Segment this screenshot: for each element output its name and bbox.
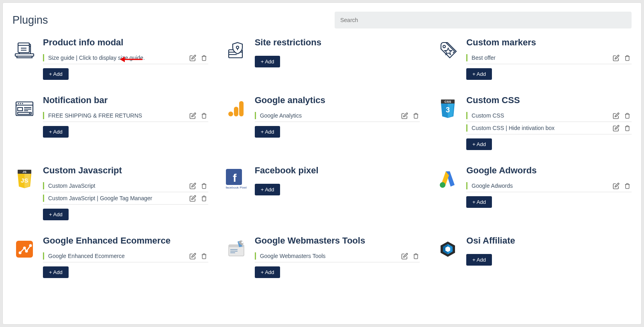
add-button[interactable]: + Add (255, 266, 280, 278)
delete-icon[interactable] (200, 252, 208, 260)
edit-icon[interactable] (189, 252, 197, 260)
plugin-card: Custom markersBest offer+ Add (436, 37, 632, 80)
plugin-card: ffacebook PixelFacebook pixel+ Add (224, 165, 420, 220)
svg-point-11 (22, 103, 23, 104)
delete-icon[interactable] (624, 124, 632, 132)
plugin-card: Google analyticsGoogle Analytics+ Add (224, 95, 420, 150)
add-button[interactable]: + Add (255, 126, 280, 138)
plugin-title: Google analytics (255, 95, 420, 106)
item-bar (255, 252, 256, 260)
delete-icon[interactable] (624, 182, 632, 190)
plugin-title: Notification bar (43, 95, 208, 106)
plugin-item-text: Google Adwords (471, 183, 609, 189)
add-button[interactable]: + Add (466, 254, 492, 266)
plugin-icon-markers (436, 39, 460, 63)
plugin-title: Custom CSS (466, 95, 632, 106)
delete-icon[interactable] (200, 112, 208, 120)
plugin-item-text: Best offer (471, 55, 609, 61)
edit-icon[interactable] (612, 182, 620, 190)
plugin-card: CSS3Custom CSSCustom CSSCustom CSS | Hid… (436, 95, 632, 150)
delete-icon[interactable] (412, 252, 420, 260)
annotation-arrow (119, 55, 143, 64)
plugin-title: Osi Affiliate (466, 236, 632, 246)
plugin-item-text: FREE SHIPPING & FREE RETURNS (48, 112, 186, 119)
edit-icon[interactable] (189, 182, 197, 190)
plugin-icon-g-analytics (224, 97, 248, 121)
svg-text:JS: JS (21, 177, 28, 184)
plugin-card: Site restrictions+ Add (224, 37, 420, 80)
plugin-item-text: Size guide | Click to display size guide… (48, 55, 186, 61)
plugin-icon-css: CSS3 (436, 97, 460, 121)
item-bar (466, 182, 467, 189)
svg-rect-12 (18, 108, 22, 111)
plugin-item-text: Custom CSS | Hide intivation box (471, 125, 609, 131)
plugin-card: Osi Affiliate+ Add (436, 236, 632, 278)
plugin-icon-osi (436, 237, 460, 261)
edit-icon[interactable] (612, 54, 620, 62)
plugin-card: JSJSCustom JavascriptCustom JavaScriptCu… (12, 165, 208, 220)
delete-icon[interactable] (200, 182, 208, 190)
plugin-item-text: Custom CSS (471, 112, 609, 119)
edit-icon[interactable] (612, 112, 620, 120)
plugin-item-text: Google Analytics (260, 112, 398, 119)
page-title: Plugins (12, 14, 48, 26)
plugin-icon-g-enhanced (12, 237, 37, 261)
add-button[interactable]: + Add (43, 68, 69, 80)
plugin-title: Google Adwords (466, 165, 632, 176)
edit-icon[interactable] (189, 54, 197, 62)
svg-text:3: 3 (446, 106, 450, 114)
plugin-item-row: Google Adwords (466, 180, 632, 192)
add-button[interactable]: + Add (43, 209, 69, 220)
item-bar (43, 195, 44, 202)
add-button[interactable]: + Add (466, 68, 492, 80)
add-button[interactable]: + Add (255, 56, 280, 67)
item-bar (466, 54, 467, 61)
plugin-title: Custom Javascript (43, 165, 208, 176)
plugin-item-row: Custom CSS (466, 110, 632, 122)
svg-point-10 (20, 103, 21, 104)
add-button[interactable]: + Add (43, 266, 69, 278)
delete-icon[interactable] (200, 194, 208, 202)
edit-icon[interactable] (189, 112, 197, 120)
delete-icon[interactable] (624, 112, 632, 120)
plugin-item-row: Custom JavaScript | Google Tag Manager (43, 192, 208, 205)
item-bar (466, 112, 467, 119)
svg-point-16 (228, 112, 233, 116)
item-bar (43, 182, 44, 189)
plugin-item-text: Custom JavaScript | Google Tag Manager (48, 195, 186, 201)
add-button[interactable]: + Add (43, 126, 69, 138)
plugin-icon-adwords (436, 167, 460, 191)
plugin-icon-webmasters (224, 237, 248, 261)
svg-rect-14 (239, 101, 244, 116)
plugin-item-row: Google Analytics (255, 110, 420, 122)
add-button[interactable]: + Add (255, 184, 280, 195)
delete-icon[interactable] (200, 54, 208, 62)
edit-icon[interactable] (189, 194, 197, 202)
plugin-item-row: Google Enhanced Ecommerce (43, 250, 208, 262)
plugin-card: Notification barFREE SHIPPING & FREE RET… (12, 95, 208, 150)
item-bar (43, 252, 44, 260)
svg-rect-15 (234, 107, 238, 116)
svg-text:CSS: CSS (445, 100, 451, 104)
add-button[interactable]: + Add (466, 196, 492, 208)
svg-rect-3 (18, 43, 29, 53)
plugin-item-row: Custom JavaScript (43, 180, 208, 192)
search-input[interactable] (335, 12, 632, 28)
plugin-title: Google Webmasters Tools (255, 236, 420, 246)
plugin-item-text: Google Webmasters Tools (260, 253, 398, 259)
add-button[interactable]: + Add (466, 138, 492, 150)
plugin-card: Google Enhanced EcommerceGoogle Enhanced… (12, 236, 208, 278)
svg-point-7 (443, 45, 445, 48)
delete-icon[interactable] (624, 54, 632, 62)
plugin-item-row: Google Webmasters Tools (255, 250, 420, 262)
edit-icon[interactable] (400, 112, 408, 120)
plugin-title: Site restrictions (255, 37, 420, 48)
delete-icon[interactable] (412, 112, 420, 120)
plugin-item-row: FREE SHIPPING & FREE RETURNS (43, 110, 208, 122)
edit-icon[interactable] (400, 252, 408, 260)
item-bar (43, 54, 44, 61)
plugin-card: Google Webmasters ToolsGoogle Webmasters… (224, 236, 420, 278)
svg-point-25 (440, 182, 445, 188)
plugin-icon-fb-pixel: ffacebook Pixel (224, 167, 248, 191)
edit-icon[interactable] (612, 124, 620, 132)
